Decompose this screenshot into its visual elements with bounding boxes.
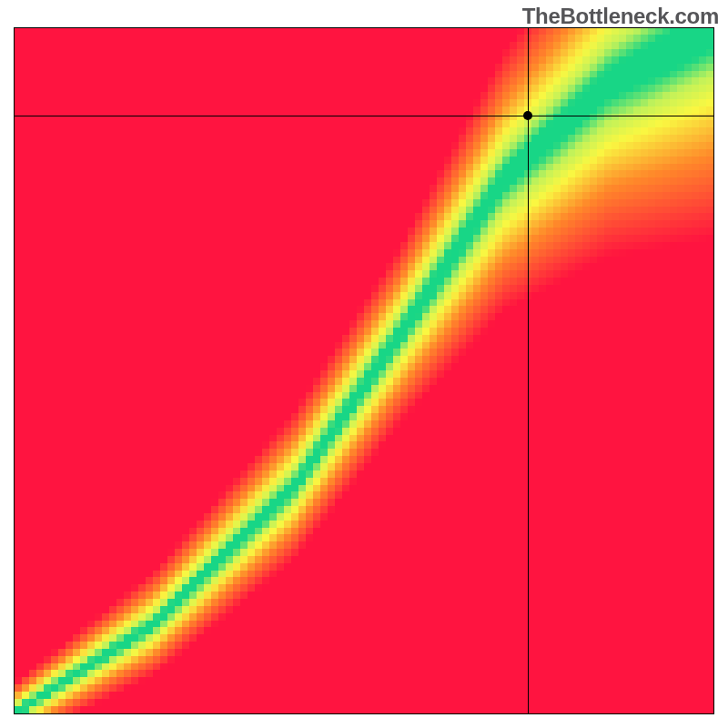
heatmap-plot bbox=[14, 27, 714, 714]
crosshair-vertical bbox=[528, 28, 529, 713]
heatmap-canvas bbox=[15, 28, 713, 713]
crosshair-horizontal bbox=[15, 116, 713, 116]
watermark-text: TheBottleneck.com bbox=[522, 4, 719, 29]
selection-marker bbox=[523, 111, 532, 120]
